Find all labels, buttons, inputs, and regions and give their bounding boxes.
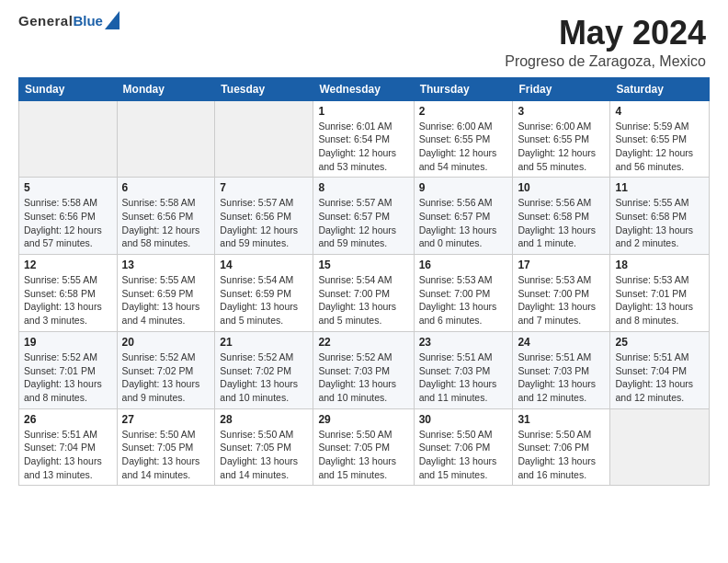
day-info: Sunrise: 5:51 AM Sunset: 7:04 PM Dayligh… bbox=[615, 350, 704, 405]
table-row: 14Sunrise: 5:54 AM Sunset: 6:59 PM Dayli… bbox=[215, 255, 313, 332]
day-number: 24 bbox=[518, 336, 605, 349]
day-number: 15 bbox=[318, 259, 408, 271]
day-number: 17 bbox=[518, 259, 605, 271]
day-info: Sunrise: 5:56 AM Sunset: 6:58 PM Dayligh… bbox=[518, 196, 605, 250]
col-wednesday: Wednesday bbox=[313, 77, 414, 100]
day-number: 3 bbox=[518, 105, 605, 118]
day-info: Sunrise: 5:50 AM Sunset: 7:06 PM Dayligh… bbox=[419, 428, 508, 482]
calendar-table: Sunday Monday Tuesday Wednesday Thursday… bbox=[18, 77, 710, 487]
calendar-week-row: 12Sunrise: 5:55 AM Sunset: 6:58 PM Dayli… bbox=[19, 255, 710, 332]
table-row: 19Sunrise: 5:52 AM Sunset: 7:01 PM Dayli… bbox=[19, 331, 118, 408]
day-info: Sunrise: 6:00 AM Sunset: 6:55 PM Dayligh… bbox=[419, 120, 508, 174]
table-row: 15Sunrise: 5:54 AM Sunset: 7:00 PM Dayli… bbox=[313, 255, 414, 332]
day-number: 7 bbox=[220, 181, 308, 194]
logo: General Blue General Blue bbox=[18, 15, 119, 29]
day-info: Sunrise: 5:55 AM Sunset: 6:58 PM Dayligh… bbox=[615, 196, 704, 250]
day-info: Sunrise: 5:54 AM Sunset: 6:59 PM Dayligh… bbox=[220, 273, 308, 327]
day-info: Sunrise: 5:58 AM Sunset: 6:56 PM Dayligh… bbox=[122, 196, 210, 250]
table-row: 17Sunrise: 5:53 AM Sunset: 7:00 PM Dayli… bbox=[513, 255, 610, 332]
day-info: Sunrise: 5:50 AM Sunset: 7:05 PM Dayligh… bbox=[318, 428, 408, 482]
day-number: 13 bbox=[122, 259, 210, 271]
day-info: Sunrise: 5:57 AM Sunset: 6:57 PM Dayligh… bbox=[318, 196, 408, 250]
day-number: 29 bbox=[318, 413, 408, 426]
title-area: May 2024 Progreso de Zaragoza, Mexico bbox=[505, 15, 710, 70]
table-row bbox=[117, 100, 215, 178]
day-info: Sunrise: 5:52 AM Sunset: 7:01 PM Dayligh… bbox=[24, 350, 112, 405]
table-row: 5Sunrise: 5:58 AM Sunset: 6:56 PM Daylig… bbox=[19, 178, 118, 255]
table-row: 12Sunrise: 5:55 AM Sunset: 6:58 PM Dayli… bbox=[19, 255, 118, 332]
table-row: 9Sunrise: 5:56 AM Sunset: 6:57 PM Daylig… bbox=[414, 178, 513, 255]
header: General Blue General Blue May 2024 Progr… bbox=[18, 15, 710, 70]
table-row: 1Sunrise: 6:01 AM Sunset: 6:54 PM Daylig… bbox=[313, 100, 414, 178]
day-info: Sunrise: 5:59 AM Sunset: 6:55 PM Dayligh… bbox=[615, 120, 704, 174]
day-info: Sunrise: 5:55 AM Sunset: 6:59 PM Dayligh… bbox=[122, 273, 210, 327]
day-number: 11 bbox=[615, 181, 704, 194]
calendar-week-row: 5Sunrise: 5:58 AM Sunset: 6:56 PM Daylig… bbox=[19, 178, 710, 255]
table-row: 27Sunrise: 5:50 AM Sunset: 7:05 PM Dayli… bbox=[117, 408, 215, 486]
table-row: 7Sunrise: 5:57 AM Sunset: 6:56 PM Daylig… bbox=[215, 178, 313, 255]
table-row: 18Sunrise: 5:53 AM Sunset: 7:01 PM Dayli… bbox=[610, 255, 710, 332]
col-saturday: Saturday bbox=[610, 77, 710, 100]
calendar-week-row: 19Sunrise: 5:52 AM Sunset: 7:01 PM Dayli… bbox=[19, 331, 710, 408]
svg-marker-3 bbox=[105, 11, 119, 29]
day-number: 25 bbox=[615, 336, 704, 349]
day-info: Sunrise: 5:52 AM Sunset: 7:02 PM Dayligh… bbox=[122, 350, 210, 405]
day-info: Sunrise: 5:53 AM Sunset: 7:00 PM Dayligh… bbox=[419, 273, 508, 327]
day-info: Sunrise: 5:52 AM Sunset: 7:02 PM Dayligh… bbox=[220, 350, 308, 405]
day-info: Sunrise: 5:51 AM Sunset: 7:04 PM Dayligh… bbox=[24, 428, 112, 482]
table-row: 25Sunrise: 5:51 AM Sunset: 7:04 PM Dayli… bbox=[610, 331, 710, 408]
day-info: Sunrise: 5:56 AM Sunset: 6:57 PM Dayligh… bbox=[419, 196, 508, 250]
table-row: 23Sunrise: 5:51 AM Sunset: 7:03 PM Dayli… bbox=[414, 331, 513, 408]
day-number: 20 bbox=[122, 336, 210, 349]
day-info: Sunrise: 6:00 AM Sunset: 6:55 PM Dayligh… bbox=[518, 120, 605, 174]
day-number: 10 bbox=[518, 181, 605, 194]
table-row: 6Sunrise: 5:58 AM Sunset: 6:56 PM Daylig… bbox=[117, 178, 215, 255]
table-row: 31Sunrise: 5:50 AM Sunset: 7:06 PM Dayli… bbox=[513, 408, 610, 486]
table-row: 13Sunrise: 5:55 AM Sunset: 6:59 PM Dayli… bbox=[117, 255, 215, 332]
day-number: 5 bbox=[24, 181, 112, 194]
day-number: 9 bbox=[419, 181, 508, 194]
table-row: 10Sunrise: 5:56 AM Sunset: 6:58 PM Dayli… bbox=[513, 178, 610, 255]
day-number: 22 bbox=[318, 336, 408, 349]
col-monday: Monday bbox=[117, 77, 215, 100]
table-row: 21Sunrise: 5:52 AM Sunset: 7:02 PM Dayli… bbox=[215, 331, 313, 408]
calendar-week-row: 1Sunrise: 6:01 AM Sunset: 6:54 PM Daylig… bbox=[19, 100, 710, 178]
day-number: 1 bbox=[318, 105, 408, 118]
col-friday: Friday bbox=[513, 77, 610, 100]
table-row bbox=[215, 100, 313, 178]
day-number: 14 bbox=[220, 259, 308, 271]
day-number: 12 bbox=[24, 259, 112, 271]
day-info: Sunrise: 6:01 AM Sunset: 6:54 PM Dayligh… bbox=[318, 120, 408, 174]
day-number: 30 bbox=[419, 413, 508, 426]
day-info: Sunrise: 5:55 AM Sunset: 6:58 PM Dayligh… bbox=[24, 273, 112, 327]
day-info: Sunrise: 5:52 AM Sunset: 7:03 PM Dayligh… bbox=[318, 350, 408, 405]
day-info: Sunrise: 5:54 AM Sunset: 7:00 PM Dayligh… bbox=[318, 273, 408, 327]
day-number: 19 bbox=[24, 336, 112, 349]
day-number: 6 bbox=[122, 181, 210, 194]
table-row: 28Sunrise: 5:50 AM Sunset: 7:05 PM Dayli… bbox=[215, 408, 313, 486]
table-row: 16Sunrise: 5:53 AM Sunset: 7:00 PM Dayli… bbox=[414, 255, 513, 332]
day-info: Sunrise: 5:58 AM Sunset: 6:56 PM Dayligh… bbox=[24, 196, 112, 250]
logo-general-text: General bbox=[18, 13, 73, 29]
day-info: Sunrise: 5:57 AM Sunset: 6:56 PM Dayligh… bbox=[220, 196, 308, 250]
day-info: Sunrise: 5:51 AM Sunset: 7:03 PM Dayligh… bbox=[518, 350, 605, 405]
day-number: 4 bbox=[615, 105, 704, 118]
day-number: 8 bbox=[318, 181, 408, 194]
table-row: 26Sunrise: 5:51 AM Sunset: 7:04 PM Dayli… bbox=[19, 408, 118, 486]
day-number: 21 bbox=[220, 336, 308, 349]
day-number: 28 bbox=[220, 413, 308, 426]
table-row: 4Sunrise: 5:59 AM Sunset: 6:55 PM Daylig… bbox=[610, 100, 710, 178]
table-row: 8Sunrise: 5:57 AM Sunset: 6:57 PM Daylig… bbox=[313, 178, 414, 255]
day-number: 18 bbox=[615, 259, 704, 271]
day-info: Sunrise: 5:51 AM Sunset: 7:03 PM Dayligh… bbox=[419, 350, 508, 405]
table-row bbox=[610, 408, 710, 486]
location-title: Progreso de Zaragoza, Mexico bbox=[505, 53, 706, 70]
day-number: 27 bbox=[122, 413, 210, 426]
table-row: 20Sunrise: 5:52 AM Sunset: 7:02 PM Dayli… bbox=[117, 331, 215, 408]
day-number: 26 bbox=[24, 413, 112, 426]
table-row bbox=[19, 100, 118, 178]
table-row: 29Sunrise: 5:50 AM Sunset: 7:05 PM Dayli… bbox=[313, 408, 414, 486]
table-row: 22Sunrise: 5:52 AM Sunset: 7:03 PM Dayli… bbox=[313, 331, 414, 408]
logo-triangle-icon bbox=[105, 11, 119, 29]
day-number: 16 bbox=[419, 259, 508, 271]
